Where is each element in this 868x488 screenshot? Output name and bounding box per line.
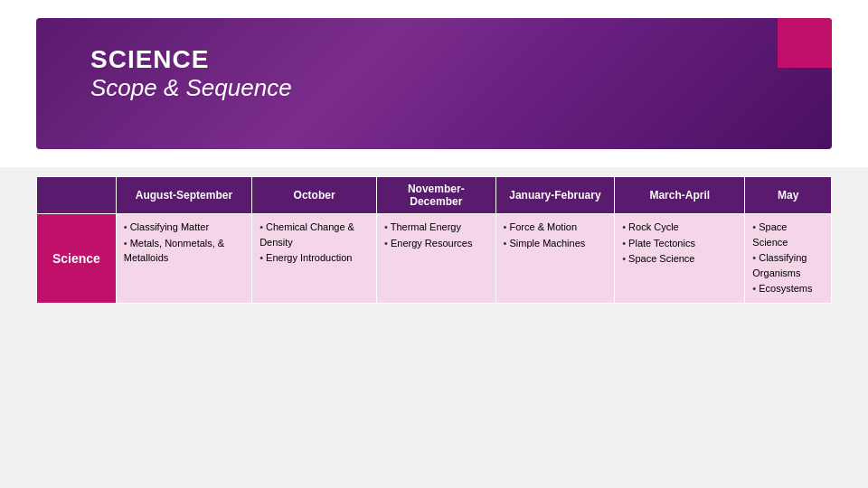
list-item: Classifying Organisms — [752, 250, 824, 280]
page: SCIENCE Scope & Sequence August-Septembe… — [0, 0, 868, 488]
cell-nov-dec: Thermal Energy Energy Resources — [377, 214, 496, 304]
table-row: Science Classifying Matter Metals, Nonme… — [37, 214, 832, 304]
cell-aug-sep: Classifying Matter Metals, Nonmetals, & … — [116, 214, 251, 304]
list-item: Space Science — [622, 251, 737, 267]
row-label-science: Science — [37, 214, 117, 304]
cell-mar-apr: Rock Cycle Plate Tectonics Space Science — [615, 214, 745, 304]
list-item: Simple Machines — [504, 236, 608, 251]
page-title: SCIENCE — [90, 45, 292, 74]
header: SCIENCE Scope & Sequence — [0, 0, 868, 167]
page-subtitle: Scope & Sequence — [90, 74, 292, 102]
table-wrapper: August-September October November-Decemb… — [0, 167, 868, 322]
cell-may: Space Science Classifying Organisms Ecos… — [745, 214, 832, 304]
list-item: Energy Introduction — [259, 250, 369, 266]
list-item: Classifying Matter — [124, 220, 244, 235]
col-header-nov-dec: November-December — [377, 177, 496, 214]
header-text-block: SCIENCE Scope & Sequence — [90, 45, 292, 102]
col-header-jan-feb: January-February — [495, 177, 615, 214]
list-item: Force & Motion — [504, 220, 608, 235]
list-item: Space Science — [752, 220, 824, 249]
col-header-mar-apr: March-April — [615, 177, 745, 214]
col-header-aug-sep: August-September — [116, 177, 251, 214]
list-item: Metals, Nonmetals, & Metalloids — [124, 236, 244, 266]
list-item: Ecosystems — [752, 281, 824, 296]
header-accent — [778, 18, 832, 68]
col-header-oct: October — [252, 177, 377, 214]
col-header-may: May — [745, 177, 832, 214]
list-item: Thermal Energy — [384, 220, 488, 235]
list-item: Energy Resources — [384, 236, 488, 251]
list-item: Rock Cycle — [622, 220, 737, 235]
col-header-empty — [37, 177, 117, 214]
list-item: Chemical Change & Density — [259, 220, 369, 249]
cell-oct: Chemical Change & Density Energy Introdu… — [252, 214, 377, 304]
list-item: Plate Tectonics — [622, 236, 737, 251]
cell-jan-feb: Force & Motion Simple Machines — [495, 214, 615, 304]
scope-sequence-table: August-September October November-Decemb… — [36, 176, 832, 304]
